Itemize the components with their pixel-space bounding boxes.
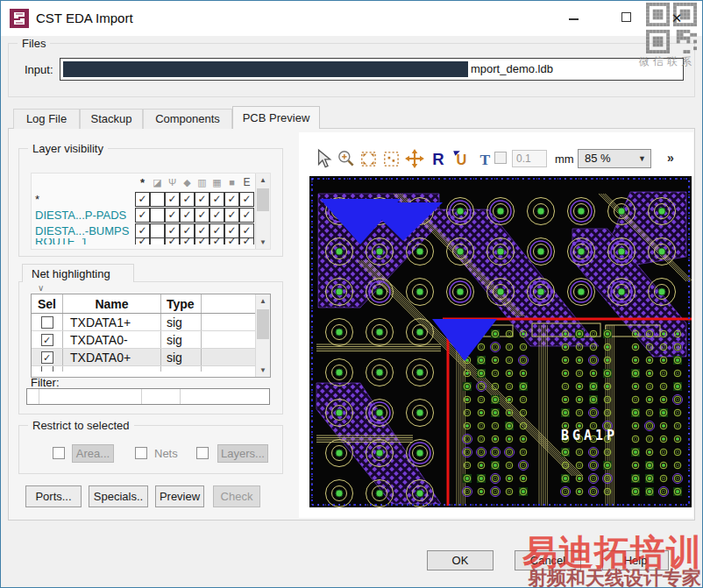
area-button[interactable]: Area... xyxy=(72,444,114,463)
net-table[interactable]: Sel Name Type TXDATA1+sig✓TXDATA0-sig✓TX… xyxy=(31,294,271,378)
layer-row[interactable]: *✓✓✓✓✓✓✓ xyxy=(32,191,270,207)
tab-pcb-preview[interactable]: PCB Preview xyxy=(232,106,320,129)
layer-visibility-checkbox[interactable]: ✓ xyxy=(239,208,254,223)
sort-chevron-icon[interactable]: ∨ xyxy=(38,283,44,293)
maximize-button[interactable] xyxy=(613,8,639,29)
toolbar-overflow-button[interactable]: » xyxy=(667,151,674,165)
layer-visibility-checkbox[interactable]: ✓ xyxy=(209,223,224,238)
scroll-up-icon[interactable]: ▲ xyxy=(256,294,270,308)
measure-checkbox[interactable] xyxy=(494,152,507,164)
scroll-thumb[interactable] xyxy=(257,188,269,211)
unit-label: mm xyxy=(555,152,574,166)
net-row[interactable]: TXDATA1+sig xyxy=(32,314,270,331)
layer-visibility-checkbox[interactable]: ✓ xyxy=(135,223,150,238)
cancel-button[interactable]: Cancel xyxy=(515,550,581,570)
chip-column-icon: ▦ xyxy=(209,177,224,188)
scroll-down-icon[interactable]: ▼ xyxy=(256,364,270,377)
pan-tool-icon[interactable] xyxy=(404,148,425,169)
net-select-checkbox[interactable]: ✓ xyxy=(41,351,53,364)
layers-button[interactable]: Layers... xyxy=(217,444,268,463)
net-row[interactable]: ✓TXDATA0-sig xyxy=(32,331,270,349)
select-tool-icon[interactable] xyxy=(313,148,334,169)
layer-row[interactable]: ROUTE_1✓✓✓✓✓✓✓ xyxy=(32,238,270,244)
u-rotate-tool-icon[interactable]: U xyxy=(451,148,472,169)
title-bar[interactable]: CST EDA Import ✕ xyxy=(1,1,702,36)
net-select-checkbox[interactable] xyxy=(41,366,53,372)
zoom-window-icon[interactable] xyxy=(381,148,402,169)
layer-visibility-checkbox[interactable]: ✓ xyxy=(135,192,150,207)
net-highlighting-tab[interactable]: Net highlighting xyxy=(22,264,134,282)
asterisk-column-icon: * xyxy=(135,176,150,189)
pcb-preview-canvas[interactable]: BGA1P xyxy=(309,176,692,507)
shape-column-icon: ◆ xyxy=(180,177,195,188)
layer-visibility-checkbox[interactable] xyxy=(150,208,165,223)
text-tool-icon[interactable]: T xyxy=(474,148,495,169)
column-header-sel[interactable]: Sel xyxy=(32,294,63,313)
layer-visibility-checkbox[interactable]: ✓ xyxy=(135,238,150,244)
layer-table-scrollbar[interactable]: ▲ ▼ xyxy=(255,174,270,249)
layer-visibility-checkbox[interactable] xyxy=(150,223,165,238)
layer-visibility-checkbox[interactable]: ✓ xyxy=(195,192,209,207)
scroll-up-icon[interactable]: ▲ xyxy=(256,174,270,187)
filter-input[interactable] xyxy=(26,388,270,405)
minimize-button[interactable] xyxy=(560,8,586,29)
layer-visibility-checkbox[interactable] xyxy=(150,238,165,244)
net-select-checkbox[interactable]: ✓ xyxy=(41,334,53,346)
layer-visibility-checkbox[interactable]: ✓ xyxy=(209,192,224,207)
layer-visibility-checkbox[interactable]: ✓ xyxy=(180,238,195,244)
layer-visibility-checkbox[interactable]: ✓ xyxy=(239,223,254,238)
layers-checkbox[interactable] xyxy=(196,447,209,459)
area-checkbox[interactable] xyxy=(53,447,65,459)
layer-visibility-checkbox[interactable]: ✓ xyxy=(224,223,239,238)
filter-label: Filter: xyxy=(31,376,60,389)
net-row[interactable] xyxy=(32,366,270,372)
layer-row[interactable]: DIESTA...-BUMPS✓✓✓✓✓✓✓ xyxy=(32,223,270,238)
input-path-field[interactable]: mport_demo.ldb xyxy=(60,58,684,81)
rotate-r-tool-icon[interactable]: R xyxy=(429,148,450,169)
layer-visibility-checkbox[interactable]: ✓ xyxy=(180,192,195,207)
measure-value-input[interactable] xyxy=(512,150,547,167)
layer-visibility-checkbox[interactable]: ✓ xyxy=(209,238,224,244)
ok-button[interactable]: OK xyxy=(427,550,494,570)
layer-visibility-checkbox[interactable] xyxy=(150,192,165,207)
tab-stackup[interactable]: Stackup xyxy=(80,109,143,129)
layer-visibility-checkbox[interactable]: ✓ xyxy=(239,238,254,244)
layer-visibility-checkbox[interactable]: ✓ xyxy=(195,208,209,223)
layer-visibility-checkbox[interactable]: ✓ xyxy=(180,223,195,238)
layer-visibility-checkbox[interactable]: ✓ xyxy=(180,208,195,223)
net-select-checkbox[interactable] xyxy=(41,316,53,329)
layer-visibility-checkbox[interactable]: ✓ xyxy=(135,208,150,223)
nets-checkbox[interactable] xyxy=(135,447,147,459)
net-row[interactable]: ✓TXDATA0+sig xyxy=(32,349,270,366)
layer-visibility-checkbox[interactable]: ✓ xyxy=(165,208,180,223)
layer-visibility-checkbox[interactable]: ✓ xyxy=(195,238,209,244)
scroll-down-icon[interactable]: ▼ xyxy=(256,236,270,249)
close-button[interactable]: ✕ xyxy=(664,8,690,29)
zoom-level-select[interactable]: 85 % ▼ xyxy=(578,149,651,168)
check-button[interactable]: Check xyxy=(213,485,260,507)
scroll-thumb[interactable] xyxy=(257,309,269,339)
layer-visibility-checkbox[interactable]: ✓ xyxy=(224,208,239,223)
column-header-name[interactable]: Name xyxy=(63,294,161,313)
layer-visibility-checkbox[interactable]: ✓ xyxy=(165,223,180,238)
tab-components[interactable]: Components xyxy=(143,109,232,129)
layer-visibility-table[interactable]: *◪Ψ◆▥▦■E *✓✓✓✓✓✓✓DIESTA...P-PADS✓✓✓✓✓✓✓D… xyxy=(31,173,271,250)
preview-button[interactable]: Preview xyxy=(155,485,204,507)
layer-visibility-checkbox[interactable]: ✓ xyxy=(224,192,239,207)
layer-visibility-checkbox[interactable]: ✓ xyxy=(209,208,224,223)
layer-row[interactable]: DIESTA...P-PADS✓✓✓✓✓✓✓ xyxy=(32,207,270,223)
specials-button[interactable]: Specials.. xyxy=(89,485,148,507)
layer-visibility-checkbox[interactable]: ✓ xyxy=(239,192,254,207)
layer-visibility-checkbox[interactable]: ✓ xyxy=(224,238,239,244)
column-header-type[interactable]: Type xyxy=(161,294,202,313)
help-button[interactable]: Help xyxy=(602,550,669,570)
layer-visibility-checkbox[interactable]: ✓ xyxy=(195,223,209,238)
layer-visibility-checkbox[interactable]: ✓ xyxy=(165,238,180,244)
net-table-scrollbar[interactable]: ▲ ▼ xyxy=(255,294,270,377)
tab-log-file[interactable]: Log File xyxy=(13,109,80,129)
layer-visibility-checkbox[interactable]: ✓ xyxy=(165,192,180,207)
zoom-fit-icon[interactable] xyxy=(359,148,380,169)
net-name: TXDATA0+ xyxy=(63,349,161,365)
zoom-tool-icon[interactable] xyxy=(336,148,357,169)
ports-button[interactable]: Ports... xyxy=(25,485,82,507)
